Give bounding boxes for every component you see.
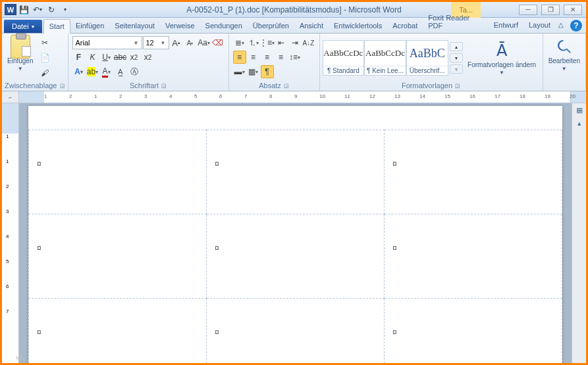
styles-row-up-icon[interactable]: ▴	[450, 42, 463, 51]
table-cell[interactable]: ¤	[207, 299, 385, 364]
close-button[interactable]: ✕	[564, 5, 582, 15]
redo-icon[interactable]: ↻	[45, 3, 58, 16]
help-icon[interactable]: ?	[570, 20, 582, 32]
italic-icon[interactable]: K	[86, 51, 99, 64]
tab-start[interactable]: Start	[43, 19, 70, 34]
tab-foxit[interactable]: Foxit Reader PDF	[423, 11, 488, 33]
group-label-font: Schriftart	[130, 82, 159, 89]
table-cell[interactable]: ¤	[207, 214, 385, 299]
styles-launcher-icon[interactable]: ◲	[455, 83, 460, 89]
style-ueberschrift[interactable]: AaBbC Überschrif...	[406, 40, 448, 76]
format-painter-icon[interactable]: 🖌	[38, 66, 51, 80]
shrink-font-icon[interactable]: A▾	[184, 36, 197, 49]
styles-row-down-icon[interactable]: ▾	[450, 53, 463, 62]
align-left-icon[interactable]: ≡	[233, 51, 246, 64]
paragraph-launcher-icon[interactable]: ◲	[284, 83, 289, 89]
highlight-icon[interactable]: ab▾	[86, 65, 99, 78]
tab-sendungen[interactable]: Sendungen	[200, 19, 248, 33]
font-launcher-icon[interactable]: ◲	[161, 83, 167, 89]
text-effects-icon[interactable]: A▾	[72, 65, 86, 78]
table-cell[interactable]: ¤	[207, 130, 385, 214]
quick-access-toolbar: W 💾 ↶▾ ↻ ▾	[2, 3, 74, 16]
right-side-panel: ▦ ▴	[572, 103, 586, 363]
superscript-icon[interactable]: x2	[142, 51, 155, 64]
bullets-icon[interactable]: ≣▾	[233, 36, 246, 49]
char-shading-icon[interactable]: A̲	[114, 65, 127, 78]
show-hide-icon[interactable]: ¶	[261, 65, 274, 78]
align-center-icon[interactable]: ≡	[247, 51, 260, 64]
watermark: vo	[16, 354, 23, 361]
underline-icon[interactable]: U▾	[100, 51, 113, 64]
copy-icon[interactable]: 📄	[38, 51, 51, 64]
tab-acrobat[interactable]: Acrobat	[387, 19, 423, 33]
align-right-icon[interactable]: ≡	[261, 51, 274, 64]
tab-selector-icon[interactable]: ⌐	[2, 91, 19, 103]
font-name-select[interactable]: Arial▼	[72, 36, 142, 49]
ruler-toggle-icon[interactable]: ▦	[574, 105, 585, 115]
table-cell[interactable]: ¤	[385, 299, 562, 364]
table-cell[interactable]: ¤	[385, 214, 562, 299]
restore-button[interactable]: ❐	[541, 5, 560, 15]
clipboard-launcher-icon[interactable]: ◲	[60, 83, 65, 89]
tab-verweise[interactable]: Verweise	[160, 19, 200, 33]
subscript-icon[interactable]: x2	[128, 51, 141, 64]
group-clipboard: Einfügen▼ ✂ 📄 🖌 Zwischenablage◲	[2, 34, 68, 91]
style-standard[interactable]: AaBbCcDc ¶ Standard	[323, 40, 365, 76]
table-row: ¤ ¤ ¤	[29, 299, 562, 364]
minimize-ribbon-icon[interactable]: △	[556, 18, 566, 33]
change-styles-button[interactable]: Ᾱ Formatvorlagen ändern ▼	[464, 39, 540, 78]
group-paragraph: ≣▾ ⒈▾ ⋮≡▾ ⇤ ⇥ A↓Z ≡ ≡ ≡ ≡ ↕≡▾	[229, 34, 320, 91]
font-color-icon[interactable]: A▾	[100, 65, 113, 78]
save-icon[interactable]: 💾	[17, 3, 30, 16]
paste-button[interactable]: Einfügen▼	[5, 35, 36, 74]
shading-icon[interactable]: ▬▾	[233, 65, 246, 78]
group-styles: AaBbCcDc ¶ Standard AaBbCcDc ¶ Kein Lee.…	[320, 34, 543, 91]
numbering-icon[interactable]: ⒈▾	[247, 36, 260, 49]
sort-icon[interactable]: A↓Z	[302, 36, 315, 49]
tab-ueberpruefen[interactable]: Überprüfen	[248, 19, 294, 33]
undo-icon[interactable]: ↶▾	[31, 3, 44, 16]
tab-entwurf[interactable]: Entwurf	[489, 18, 523, 33]
word-app-icon[interactable]: W	[5, 4, 16, 15]
file-tab[interactable]: Datei	[4, 20, 42, 33]
group-font: Arial▼ 12▼ A▴ A▾ Aa▾ ⌫ F K U▾ abc x2 x2	[68, 34, 229, 91]
multilevel-icon[interactable]: ⋮≡▾	[261, 36, 274, 49]
ruler-vertical[interactable]: 11234567	[2, 103, 19, 363]
style-kein-leerraum[interactable]: AaBbCcDc ¶ Kein Lee...	[364, 40, 406, 76]
tab-layout[interactable]: Layout	[523, 18, 556, 33]
label-table[interactable]: ¤ ¤ ¤ ¤ ¤ ¤ ¤ ¤ ¤	[28, 130, 562, 363]
clear-formatting-icon[interactable]: ⌫	[211, 36, 225, 49]
editing-button[interactable]: Bearbeiten▼	[546, 35, 583, 74]
qat-customize-icon[interactable]: ▾	[59, 3, 72, 16]
scroll-up-icon[interactable]: ▴	[574, 118, 585, 128]
tab-einfuegen[interactable]: Einfügen	[70, 19, 109, 33]
group-label-clipboard: Zwischenablage	[5, 82, 57, 89]
table-cell[interactable]: ¤	[385, 130, 562, 214]
page: ¤ ¤ ¤ ¤ ¤ ¤ ¤ ¤ ¤	[28, 106, 562, 363]
tab-entwicklertools[interactable]: Entwicklertools	[329, 19, 387, 33]
enclose-chars-icon[interactable]: Ⓐ	[128, 65, 141, 78]
document-viewport[interactable]: ¤ ¤ ¤ ¤ ¤ ¤ ¤ ¤ ¤	[19, 103, 572, 363]
change-case-icon[interactable]: Aa▾	[198, 36, 211, 49]
grow-font-icon[interactable]: A▴	[170, 36, 183, 49]
strikethrough-icon[interactable]: abc	[114, 51, 127, 64]
table-cell[interactable]: ¤	[29, 214, 207, 299]
ruler-horizontal[interactable]: ⌐ 121234567891011121314151617181920	[2, 91, 586, 103]
borders-icon[interactable]: ▦▾	[247, 65, 260, 78]
tab-seitenlayout[interactable]: Seitenlayout	[109, 19, 160, 33]
styles-expand-icon[interactable]: ▿	[450, 64, 463, 74]
bold-icon[interactable]: F	[72, 51, 86, 64]
table-cell[interactable]: ¤	[29, 130, 207, 214]
font-size-select[interactable]: 12▼	[143, 36, 169, 49]
tab-ansicht[interactable]: Ansicht	[294, 19, 329, 33]
group-editing: Bearbeiten▼	[543, 34, 586, 91]
increase-indent-icon[interactable]: ⇥	[288, 36, 302, 49]
cut-icon[interactable]: ✂	[38, 36, 51, 49]
minimize-button[interactable]: ─	[519, 5, 537, 15]
decrease-indent-icon[interactable]: ⇤	[275, 36, 288, 49]
table-cell[interactable]: ¤	[29, 299, 207, 364]
justify-icon[interactable]: ≡	[275, 51, 288, 64]
line-spacing-icon[interactable]: ↕≡▾	[288, 51, 302, 64]
window-title: A-0052-01_P (1).doc [Kompatibilitätsmodu…	[186, 5, 401, 14]
table-row: ¤ ¤ ¤	[29, 130, 562, 214]
